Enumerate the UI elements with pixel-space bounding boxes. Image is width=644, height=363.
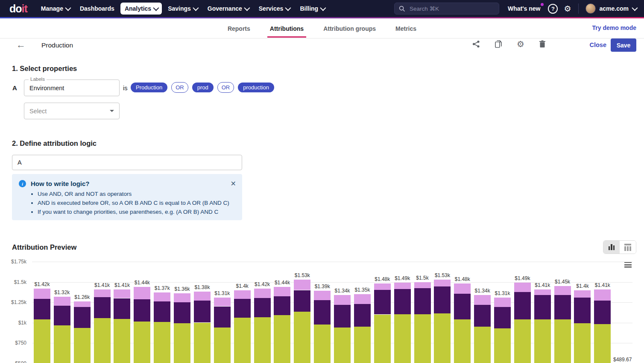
bar-segment[interactable] (94, 289, 111, 297)
bar-segment[interactable] (354, 294, 371, 304)
bar-segment[interactable] (474, 327, 491, 363)
try-demo-mode-link[interactable]: Try demo mode (592, 24, 636, 31)
tab-metrics[interactable]: Metrics (389, 19, 422, 37)
bar-segment[interactable] (34, 319, 50, 363)
bar-segment[interactable] (374, 283, 391, 289)
bar-segment[interactable] (574, 323, 591, 363)
bar-segment[interactable] (254, 289, 271, 298)
close-button[interactable]: Close (590, 41, 607, 48)
bar-segment[interactable] (114, 289, 130, 298)
bar-segment[interactable] (274, 287, 290, 296)
whats-new-link[interactable]: What's new (508, 5, 540, 12)
bar-segment[interactable] (314, 300, 331, 325)
table-view-button[interactable] (620, 241, 636, 254)
avatar[interactable] (585, 3, 596, 14)
bar-segment[interactable] (534, 319, 551, 363)
bar-segment[interactable] (294, 290, 310, 312)
doit-logo[interactable]: doit (9, 3, 27, 15)
labels-field[interactable]: Labels Environment (24, 80, 120, 96)
value-chip[interactable]: OR (217, 82, 234, 93)
chart-menu-icon[interactable] (624, 262, 632, 269)
bar-segment[interactable] (154, 322, 170, 363)
bar-segment[interactable] (154, 301, 170, 322)
bar-segment[interactable] (34, 289, 50, 299)
bar-segment[interactable] (214, 307, 231, 328)
bar-segment[interactable] (314, 291, 331, 300)
bar-segment[interactable] (54, 306, 70, 326)
settings-icon[interactable]: ⚙ (517, 40, 524, 48)
bar-segment[interactable] (74, 307, 91, 328)
bar-segment[interactable] (454, 294, 471, 319)
select-dropdown[interactable]: Select (24, 103, 120, 119)
bar-segment[interactable] (394, 283, 411, 289)
bar-segment[interactable] (554, 286, 571, 295)
bar-segment[interactable] (74, 301, 91, 307)
bar-segment[interactable] (194, 301, 211, 322)
bar-segment[interactable] (594, 289, 611, 301)
bar-segment[interactable] (594, 301, 611, 324)
bar-segment[interactable] (414, 282, 431, 288)
help-icon[interactable]: ? (548, 4, 558, 14)
duplicate-icon[interactable] (495, 40, 502, 48)
close-icon[interactable]: ✕ (231, 180, 236, 187)
nav-item-billing[interactable]: Billing (296, 3, 329, 15)
bar-segment[interactable] (254, 317, 271, 363)
bar-segment[interactable] (174, 293, 190, 302)
bar-segment[interactable] (54, 297, 70, 306)
nav-item-dashboards[interactable]: Dashboards (76, 3, 119, 15)
back-arrow-icon[interactable]: ← (16, 40, 26, 50)
bar-segment[interactable] (174, 302, 190, 323)
bar-segment[interactable] (94, 297, 111, 318)
bar-segment[interactable] (234, 299, 251, 318)
value-chip[interactable]: OR (171, 82, 188, 93)
bar-segment[interactable] (434, 280, 451, 286)
bar-segment[interactable] (374, 315, 391, 363)
logic-input[interactable]: A (12, 155, 242, 170)
tab-reports[interactable]: Reports (222, 19, 256, 37)
bar-segment[interactable] (214, 298, 231, 307)
bar-segment[interactable] (274, 315, 290, 363)
bar-segment[interactable] (534, 289, 551, 295)
bar-segment[interactable] (134, 322, 150, 363)
bar-segment[interactable] (554, 295, 571, 319)
nav-item-services[interactable]: Services (255, 3, 294, 15)
bar-segment[interactable] (434, 313, 451, 363)
bar-segment[interactable] (114, 319, 130, 363)
bar-segment[interactable] (274, 296, 290, 316)
bar-segment[interactable] (334, 305, 351, 328)
nav-item-savings[interactable]: Savings (164, 3, 202, 15)
bar-segment[interactable] (334, 295, 351, 305)
bar-segment[interactable] (494, 307, 511, 328)
bar-segment[interactable] (554, 319, 571, 363)
bar-segment[interactable] (74, 328, 91, 363)
tab-attributions[interactable]: Attributions (264, 19, 310, 37)
bar-segment[interactable] (194, 323, 211, 363)
bar-segment[interactable] (474, 305, 491, 327)
bar-segment[interactable] (474, 295, 491, 305)
bar-segment[interactable] (114, 298, 130, 319)
bar-segment[interactable] (434, 286, 451, 313)
bar-segment[interactable] (494, 298, 511, 307)
bar-segment[interactable] (354, 327, 371, 363)
bar-segment[interactable] (294, 280, 310, 290)
bar-segment[interactable] (254, 298, 271, 318)
bar-segment[interactable] (354, 304, 371, 327)
bar-segment[interactable] (334, 328, 351, 363)
bar-segment[interactable] (294, 312, 310, 363)
bar-segment[interactable] (414, 314, 431, 363)
bar-segment[interactable] (194, 292, 211, 301)
nav-item-analytics[interactable]: Analytics (120, 3, 162, 15)
value-chip[interactable]: production (238, 83, 274, 92)
nav-item-manage[interactable]: Manage (37, 3, 74, 15)
bar-segment[interactable] (234, 318, 251, 363)
bar-segment[interactable] (154, 292, 170, 301)
bar-segment[interactable] (34, 299, 50, 319)
bar-segment[interactable] (134, 287, 150, 299)
tab-attribution-groups[interactable]: Attribution groups (317, 19, 382, 37)
bar-segment[interactable] (134, 299, 150, 321)
save-button[interactable]: Save (611, 38, 636, 52)
bar-segment[interactable] (214, 328, 231, 363)
bar-segment[interactable] (374, 290, 391, 315)
bar-segment[interactable] (174, 323, 190, 363)
chevron-down-icon[interactable] (632, 5, 638, 11)
